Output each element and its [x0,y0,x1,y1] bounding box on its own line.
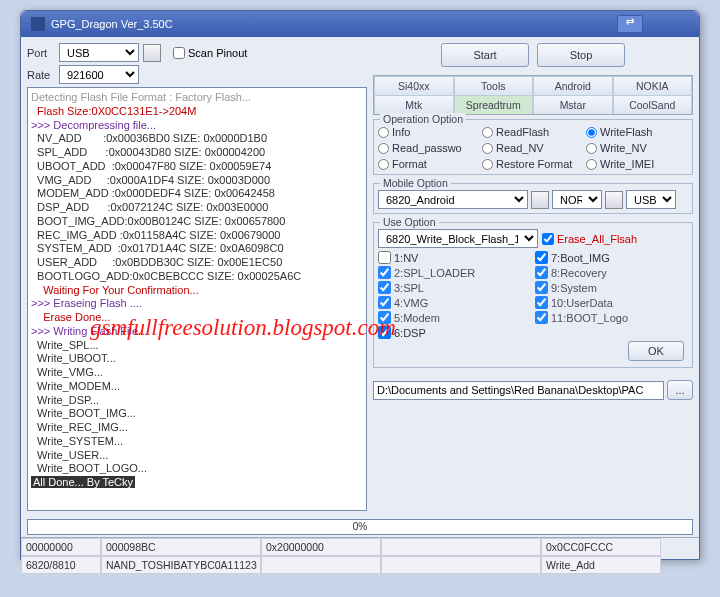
chk-4:VMG[interactable]: 4:VMG [378,296,531,309]
radio-write_nv[interactable]: Write_NV [586,142,688,154]
radio-restore format[interactable]: Restore Format [482,158,584,170]
log-output: Detecting Flash File Format : Factory Fl… [27,87,367,511]
tab-coolsand[interactable]: CoolSand [613,95,693,114]
mobile-conn-select[interactable]: USB [626,190,676,209]
progress-bar: 0% [27,519,693,535]
erase-all-checkbox[interactable]: Erase_All_Flsah [542,233,637,245]
chk-7:Boot_IMG[interactable]: 7:Boot_IMG [535,251,688,264]
chk-2:SPL_LOADER[interactable]: 2:SPL_LOADER [378,266,531,279]
radio-write_imei[interactable]: Write_IMEI [586,158,688,170]
mobile-model-select[interactable]: 6820_Android [378,190,528,209]
tab-container: Si40xxToolsAndroidNOKIA MtkSpreadtrumMst… [373,75,693,115]
tab-mstar[interactable]: Mstar [533,95,613,114]
radio-writeflash[interactable]: WriteFlash [586,126,688,138]
app-icon [31,17,45,31]
chk-5:Modem[interactable]: 5:Modem [378,311,531,324]
tab-nokia[interactable]: NOKIA [613,76,693,95]
tab-spreadtrum[interactable]: Spreadtrum [454,95,534,114]
scan-pinout-checkbox[interactable]: Scan Pinout [173,47,247,59]
mobile-option-group: Mobile Option 6820_Android NOR USB [373,183,693,214]
chk-3:SPL[interactable]: 3:SPL [378,281,531,294]
status-cell: 0x20000000 [261,538,381,556]
tab-tools[interactable]: Tools [454,76,534,95]
mobile-mem-btn[interactable] [605,191,623,209]
radio-read_nv[interactable]: Read_NV [482,142,584,154]
radio-format[interactable]: Format [378,158,480,170]
status-cell [381,538,541,556]
status-cell: 0x0CC0FCCC [541,538,661,556]
tab-mtk[interactable]: Mtk [374,95,454,114]
status-cell: NAND_TOSHIBATYBC0A11123 512M [101,556,261,574]
port-select[interactable]: USB [59,43,139,62]
chk-1:NV[interactable]: 1:NV [378,251,531,264]
titlebar-switcher-icon[interactable]: ⇄ [617,15,643,33]
write-block-select[interactable]: 6820_Write_Block_Flash_1 [378,229,538,248]
rate-label: Rate [27,69,55,81]
rate-select[interactable]: 921600 [59,65,139,84]
port-refresh-button[interactable] [143,44,161,62]
status-cell [261,556,381,574]
start-button[interactable]: Start [441,43,529,67]
port-label: Port [27,47,55,59]
stop-button[interactable]: Stop [537,43,625,67]
status-cell: 6820/8810 [21,556,101,574]
chk-6:DSP[interactable]: 6:DSP [378,326,531,339]
path-input[interactable] [373,381,664,400]
status-cell [381,556,541,574]
status-cell: 00000000 [21,538,101,556]
chk-8:Recovery[interactable]: 8:Recovery [535,266,688,279]
radio-read_passwo[interactable]: Read_passwo [378,142,480,154]
radio-readflash[interactable]: ReadFlash [482,126,584,138]
radio-info[interactable]: Info [378,126,480,138]
mobile-model-btn[interactable] [531,191,549,209]
chk-10:UserData[interactable]: 10:UserData [535,296,688,309]
tab-android[interactable]: Android [533,76,613,95]
app-window: GPG_Dragon Ver_3.50C ⇄ Port USB Scan Pin… [20,10,700,560]
chk-11:BOOT_Logo[interactable]: 11:BOOT_Logo [535,311,688,324]
status-cell: 000098BC [101,538,261,556]
use-option-group: Use Option 6820_Write_Block_Flash_1 Eras… [373,222,693,368]
ok-button[interactable]: OK [628,341,684,361]
status-cell: Write_Add [541,556,661,574]
status-bar: 00000000000098BC0x200000000x0CC0FCCC6820… [21,537,699,574]
operation-option-group: Operation Option InfoReadFlashWriteFlash… [373,119,693,175]
browse-button[interactable]: ... [667,380,693,400]
mobile-mem-select[interactable]: NOR [552,190,602,209]
chk-9:System[interactable]: 9:System [535,281,688,294]
tab-si40xx[interactable]: Si40xx [374,76,454,95]
titlebar[interactable]: GPG_Dragon Ver_3.50C ⇄ [21,11,699,37]
window-title: GPG_Dragon Ver_3.50C [51,18,173,30]
